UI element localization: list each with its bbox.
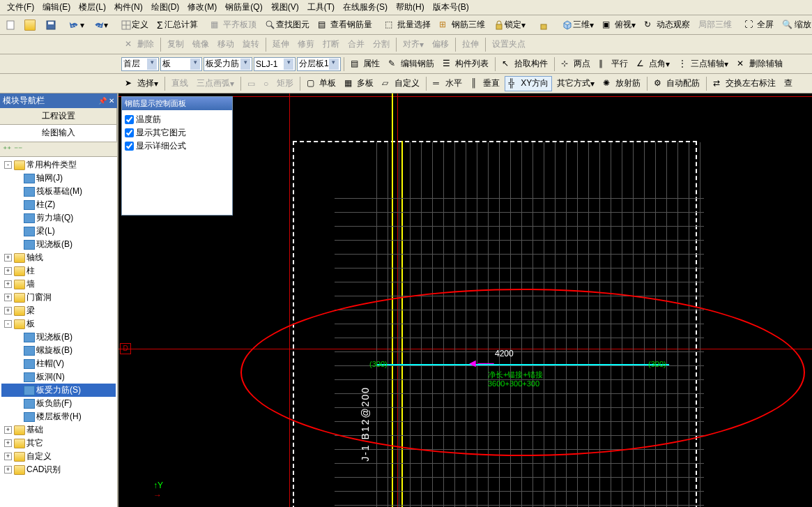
tab-draw[interactable]: 绘图输入 xyxy=(0,125,117,142)
view-rebar-button[interactable]: ▤查看钢筋量 xyxy=(314,17,376,33)
menu-modify[interactable]: 修改(M) xyxy=(183,0,221,15)
local-3d-button[interactable]: 局部三维 xyxy=(695,17,735,33)
menu-help[interactable]: 帮助(H) xyxy=(392,0,429,15)
tree-node[interactable]: 柱(Z) xyxy=(1,198,116,211)
break-button[interactable]: 打断 xyxy=(319,37,343,52)
delete-button[interactable]: ✕删除 xyxy=(121,37,158,52)
floor-combo[interactable]: 首层▾ xyxy=(121,57,159,71)
pin-icon[interactable]: 📌 ✕ xyxy=(98,97,114,105)
chk-formula[interactable]: 显示详细公式 xyxy=(125,139,229,153)
find-button[interactable]: 查找图元 xyxy=(261,17,313,33)
tab-project[interactable]: 工程设置 xyxy=(0,108,117,124)
edit-rebar-button[interactable]: ✎编辑钢筋 xyxy=(385,56,438,72)
expand-toggle[interactable]: + xyxy=(4,307,12,315)
tree-node[interactable]: 柱帽(V) xyxy=(1,357,116,370)
type-combo[interactable]: 板受力筋▾ xyxy=(204,57,252,71)
expand-toggle[interactable]: + xyxy=(4,280,12,288)
copy-button[interactable]: 复制 xyxy=(164,37,187,52)
align-slab-button[interactable]: ▦平齐板顶 xyxy=(207,17,260,33)
radial-button[interactable]: ✺放射筋 xyxy=(599,76,644,91)
tree-node[interactable]: 剪力墙(Q) xyxy=(1,211,116,225)
top-view-button[interactable]: ▣俯视▾ xyxy=(599,17,639,33)
pick-button[interactable]: ↖拾取构件 xyxy=(498,56,551,72)
menu-draw[interactable]: 绘图(D) xyxy=(147,0,184,15)
expand-toggle[interactable]: + xyxy=(4,453,12,460)
select-button[interactable]: ➤选择▾ xyxy=(121,76,162,91)
grippoint-button[interactable]: 设置夹点 xyxy=(489,37,529,52)
rect-button[interactable]: 矩形 xyxy=(273,76,297,91)
threept-button[interactable]: ⋮三点辅轴▾ xyxy=(675,56,732,72)
redo-button[interactable]: ▾ xyxy=(89,17,112,33)
custom-button[interactable]: ▱自定义 xyxy=(378,76,423,91)
menu-member[interactable]: 构件(N) xyxy=(110,0,147,15)
trim-button[interactable]: 修剪 xyxy=(294,37,318,52)
batch-select-button[interactable]: ⬚批量选择 xyxy=(381,17,434,33)
single-button[interactable]: ▢单板 xyxy=(303,76,339,91)
other-button[interactable]: 其它方式▾ xyxy=(553,76,598,91)
ptangle-button[interactable]: ∠点角▾ xyxy=(633,56,673,72)
merge-button[interactable]: 合并 xyxy=(344,37,368,52)
expand-toggle[interactable]: + xyxy=(4,254,12,262)
offset-button[interactable]: 偏移 xyxy=(429,37,452,52)
member-combo[interactable]: 板▾ xyxy=(160,57,202,71)
drawing-canvas[interactable]: D ◄── 4200 (300) (300) 净长+锚接+锚接 3600+300… xyxy=(118,93,812,507)
split-button[interactable]: 分割 xyxy=(369,37,393,52)
rotate-button[interactable]: 旋转 xyxy=(239,37,263,52)
tree-node[interactable]: 轴网(J) xyxy=(1,172,116,185)
expand-toggle[interactable]: + xyxy=(4,439,12,447)
tree-node[interactable]: 梁(L) xyxy=(1,225,116,238)
3d-button[interactable]: 三维▾ xyxy=(558,17,597,33)
expand-toggle[interactable]: + xyxy=(4,426,12,434)
tree-node[interactable]: +CAD识别 xyxy=(1,463,116,476)
tree-node[interactable]: +基础 xyxy=(1,423,116,437)
new-button[interactable] xyxy=(1,17,20,33)
prop-button[interactable]: ▤属性 xyxy=(347,56,383,72)
expand-toggle[interactable]: + xyxy=(4,466,12,474)
menu-view[interactable]: 视图(V) xyxy=(267,0,303,15)
vert-button[interactable]: ║垂直 xyxy=(467,76,503,91)
menu-version[interactable]: 版本号(B) xyxy=(429,0,473,15)
expand-icon[interactable]: ⁺⁺ xyxy=(3,144,11,154)
dynamic-button[interactable]: ↻动态观察 xyxy=(641,17,694,33)
move-button[interactable]: 移动 xyxy=(214,37,238,52)
circle-icon-button[interactable]: ○ xyxy=(260,76,272,91)
name-combo[interactable]: SLJ-1▾ xyxy=(254,57,296,71)
menu-floor[interactable]: 楼层(L) xyxy=(75,0,110,15)
tree-node[interactable]: +轴线 xyxy=(1,251,116,264)
arc-button[interactable]: 三点画弧▾ xyxy=(193,76,238,91)
menu-file[interactable]: 文件(F) xyxy=(3,0,38,15)
member-list-button[interactable]: ☰构件列表 xyxy=(439,56,492,72)
auto-button[interactable]: ⚙自动配筋 xyxy=(650,76,703,91)
stretch-button[interactable]: 拉伸 xyxy=(459,37,482,52)
fullscreen-button[interactable]: ⛶全屏 xyxy=(741,17,777,33)
menu-rebar[interactable]: 钢筋量(Q) xyxy=(221,0,266,15)
tree-node[interactable]: -板 xyxy=(1,317,116,331)
rebar-3d-button[interactable]: ⊞钢筋三维 xyxy=(436,17,489,33)
expand-toggle[interactable]: + xyxy=(4,294,12,301)
tree-node[interactable]: 螺旋板(B) xyxy=(1,344,116,357)
tree-node[interactable]: 筏板基础(M) xyxy=(1,185,116,198)
rebar-display-panel[interactable]: 钢筋显示控制面板 温度筋 显示其它图元 显示详细公式 xyxy=(121,96,233,215)
tree-node[interactable]: +墙 xyxy=(1,278,116,291)
tree-node[interactable]: +其它 xyxy=(1,437,116,450)
tree[interactable]: -常用构件类型轴网(J)筏板基础(M)柱(Z)剪力墙(Q)梁(L)现浇板(B)+… xyxy=(0,157,117,507)
menu-edit[interactable]: 编辑(E) xyxy=(38,0,75,15)
tree-node[interactable]: 板洞(N) xyxy=(1,370,116,384)
check-button[interactable]: 查 xyxy=(781,76,796,91)
menu-tool[interactable]: 工具(T) xyxy=(303,0,339,15)
zoom-button[interactable]: 🔍缩放 xyxy=(779,17,812,33)
tree-node[interactable]: 现浇板(B) xyxy=(1,238,116,251)
save-button[interactable] xyxy=(42,17,60,33)
tree-node[interactable]: -常用构件类型 xyxy=(1,158,116,172)
chk-other[interactable]: 显示其它图元 xyxy=(125,126,229,139)
tree-node[interactable]: 板负筋(F) xyxy=(1,397,116,410)
twopt-button[interactable]: ⊹两点 xyxy=(558,56,594,72)
mirror-button[interactable]: 镜像 xyxy=(189,37,213,52)
tree-node[interactable]: +门窗洞 xyxy=(1,291,116,304)
tree-node[interactable]: 板受力筋(S) xyxy=(1,384,116,397)
menu-online[interactable]: 在线服务(S) xyxy=(339,0,392,15)
unlock-button[interactable] xyxy=(535,17,553,33)
expand-toggle[interactable]: - xyxy=(4,161,12,169)
tree-node[interactable]: +柱 xyxy=(1,264,116,278)
tree-node[interactable]: +梁 xyxy=(1,304,116,317)
